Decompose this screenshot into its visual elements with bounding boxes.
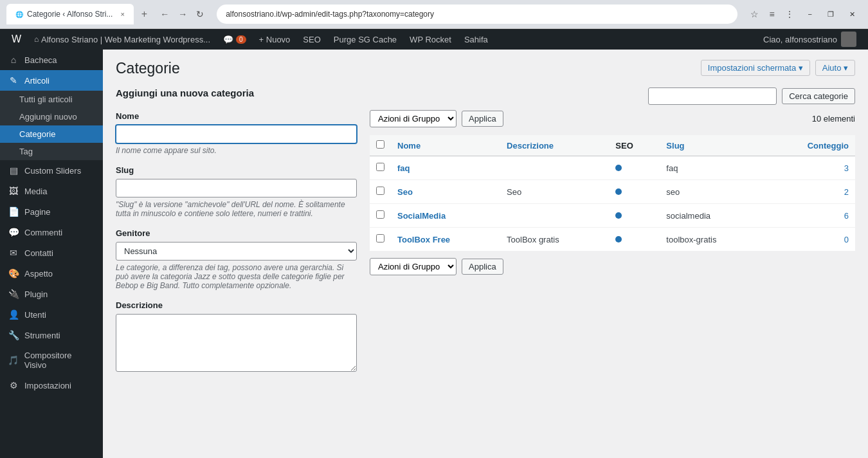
row-name-cell: faq <box>391 156 500 180</box>
aspetto-icon: 🎨 <box>8 268 19 279</box>
sidebar-item-compositore[interactable]: 🎵 Compositore Visivo <box>0 345 103 375</box>
sidebar-item-media[interactable]: 🖼 Media <box>0 181 103 201</box>
address-bar[interactable]: alfonsostriano.it/wp-admin/edit-tags.php… <box>217 5 737 24</box>
form-section: Aggiungi una nuova categoria Nome Il nom… <box>116 87 357 374</box>
site-name-item[interactable]: ⌂ Alfonso Striano | Web Marketing Wordpr… <box>28 29 217 50</box>
form-section-title: Aggiungi una nuova categoria <box>116 87 357 101</box>
sidebar-item-categories[interactable]: Categorie <box>0 125 103 143</box>
tab-close-button[interactable]: × <box>120 10 124 18</box>
sidebar-item-custom-sliders[interactable]: ▤ Custom Sliders <box>0 160 103 181</box>
sahifa-label: Sahifa <box>464 35 488 44</box>
count-link[interactable]: 6 <box>844 211 849 221</box>
table-row: Seo Seo seo 2 <box>370 180 855 204</box>
sidebar-item-pages[interactable]: 📄 Pagine <box>0 201 103 222</box>
row-checkbox[interactable] <box>376 187 384 195</box>
page-header-actions: Impostazioni schermata ▾ Aiuto ▾ <box>701 60 855 76</box>
description-textarea[interactable] <box>116 314 357 372</box>
search-input[interactable] <box>648 87 777 105</box>
sidebar-item-tag[interactable]: Tag <box>0 143 103 160</box>
count-link[interactable]: 3 <box>844 163 849 173</box>
browser-chrome: 🌐 Categorie ‹ Alfonso Stri... × + ← → ↻ … <box>0 0 868 29</box>
category-name-link[interactable]: SocialMedia <box>397 211 446 221</box>
new-label: + Nuovo <box>259 35 291 44</box>
parent-select[interactable]: Nessuna <box>116 242 357 261</box>
table-row: SocialMedia socialmedia 6 <box>370 204 855 228</box>
search-button[interactable]: Cerca categorie <box>782 88 855 104</box>
compositore-icon: 🎵 <box>8 355 19 365</box>
row-checkbox[interactable] <box>376 163 384 171</box>
screen-options-button[interactable]: Impostazioni schermata ▾ <box>701 60 810 76</box>
row-slug-cell: socialmedia <box>660 204 764 228</box>
seo-item[interactable]: SEO <box>296 29 327 50</box>
browser-tabs: 🌐 Categorie ‹ Alfonso Stri... × + <box>6 4 152 24</box>
apply-bottom-button[interactable]: Applica <box>462 259 503 275</box>
col-description-header[interactable]: Descrizione <box>500 135 609 156</box>
select-all-checkbox[interactable] <box>376 140 384 149</box>
plugin-icon: 🔌 <box>8 289 19 299</box>
row-checkbox[interactable] <box>376 210 384 219</box>
tab-favicon: 🌐 <box>15 11 23 18</box>
close-button[interactable]: ✕ <box>843 8 862 21</box>
row-description-cell: ToolBox gratis <box>500 228 609 252</box>
refresh-button[interactable]: ↻ <box>194 6 206 22</box>
sidebar-item-dashboard[interactable]: ⌂ Bacheca <box>0 50 103 70</box>
slug-input[interactable] <box>116 179 357 197</box>
row-checkbox[interactable] <box>376 234 384 243</box>
rocket-item[interactable]: WP Rocket <box>403 29 458 50</box>
category-name-link[interactable]: Seo <box>397 187 413 197</box>
sidebar-item-add-new[interactable]: Aggiungi nuovo <box>0 108 103 125</box>
bulk-select-bottom[interactable]: Azioni di Gruppo <box>370 258 457 275</box>
sidebar-item-all-articles[interactable]: Tutti gli articoli <box>0 91 103 108</box>
sidebar-item-impostazioni[interactable]: ⚙ Impostazioni <box>0 375 103 396</box>
row-checkbox-cell <box>370 228 391 252</box>
sidebar-item-strumenti[interactable]: 🔧 Strumenti <box>0 325 103 345</box>
new-tab-button[interactable]: + <box>136 6 152 23</box>
count-link[interactable]: 2 <box>844 187 849 197</box>
sidebar-item-articles[interactable]: ✎ Articoli <box>0 70 103 91</box>
parent-hint: Le categorie, a differenza dei tag, poss… <box>116 263 357 290</box>
greeting-item[interactable]: Ciao, alfonsostriano <box>757 29 863 50</box>
minimize-button[interactable]: − <box>802 8 818 21</box>
sidebar-item-comments[interactable]: 💬 Commenti <box>0 222 103 243</box>
custom-sliders-label: Custom Sliders <box>24 166 81 176</box>
maximize-button[interactable]: ❐ <box>821 8 840 21</box>
categories-label: Categorie <box>19 129 55 139</box>
back-button[interactable]: ← <box>158 6 172 22</box>
bookmark-button[interactable]: ☆ <box>748 6 761 22</box>
bulk-actions-bottom: Azioni di Gruppo Applica <box>370 258 855 275</box>
seo-status-dot <box>615 188 622 195</box>
help-button[interactable]: Aiuto ▾ <box>815 60 855 76</box>
row-description-cell: Seo <box>500 180 609 204</box>
slug-hint: "Slug" è la versione "amichevole" dell'U… <box>116 200 357 218</box>
browser-actions: ☆ ≡ ⋮ <box>748 6 796 22</box>
name-input[interactable] <box>116 125 357 143</box>
wp-logo-item[interactable]: W <box>5 29 28 50</box>
col-name-header[interactable]: Nome <box>391 135 500 156</box>
slug-label: Slug <box>116 165 357 175</box>
bulk-select[interactable]: Azioni di Gruppo <box>370 110 457 127</box>
row-checkbox-cell <box>370 204 391 228</box>
col-count-header[interactable]: Conteggio <box>765 135 855 156</box>
apply-button[interactable]: Applica <box>462 111 503 127</box>
sidebar-item-utenti[interactable]: 👤 Utenti <box>0 304 103 325</box>
extensions-button[interactable]: ≡ <box>766 6 777 22</box>
category-name-link[interactable]: faq <box>397 163 410 173</box>
impostazioni-label: Impostazioni <box>24 381 71 390</box>
bulk-actions-left: Azioni di Gruppo Applica <box>370 110 503 127</box>
settings-button[interactable]: ⋮ <box>782 6 797 22</box>
comments-item[interactable]: 💬 0 <box>217 29 253 50</box>
sidebar-item-plugin[interactable]: 🔌 Plugin <box>0 284 103 304</box>
count-link[interactable]: 0 <box>844 235 849 244</box>
purge-item[interactable]: Purge SG Cache <box>327 29 403 50</box>
row-slug-cell: faq <box>660 156 764 180</box>
sidebar-item-aspetto[interactable]: 🎨 Aspetto <box>0 263 103 284</box>
forward-button[interactable]: → <box>176 6 190 22</box>
new-item[interactable]: + Nuovo <box>253 29 297 50</box>
sidebar-item-contatti[interactable]: ✉ Contatti <box>0 243 103 263</box>
active-tab[interactable]: 🌐 Categorie ‹ Alfonso Stri... × <box>6 4 134 24</box>
col-slug-header[interactable]: Slug <box>660 135 764 156</box>
sahifa-item[interactable]: Sahifa <box>458 29 494 50</box>
comments-menu-icon: 💬 <box>8 227 19 237</box>
col-seo-header: SEO <box>609 135 660 156</box>
category-name-link[interactable]: ToolBox Free <box>397 235 450 244</box>
